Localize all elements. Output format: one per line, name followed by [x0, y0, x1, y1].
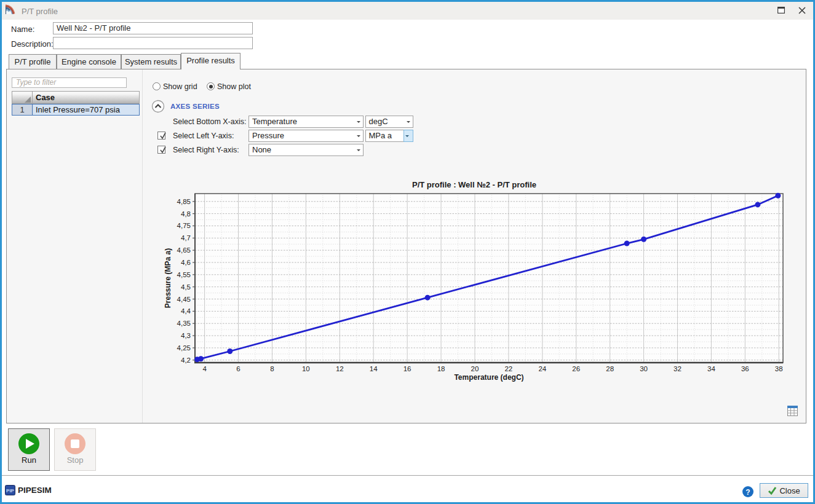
svg-text:4,4: 4,4 — [181, 307, 191, 315]
svg-text:4,8: 4,8 — [181, 210, 191, 218]
svg-text:4,55: 4,55 — [177, 271, 191, 278]
svg-text:4: 4 — [202, 365, 207, 372]
svg-text:28: 28 — [606, 365, 614, 372]
svg-text:4,3: 4,3 — [181, 332, 191, 339]
svg-text:4,35: 4,35 — [177, 320, 191, 327]
svg-text:18: 18 — [437, 365, 445, 372]
svg-text:P/T profile : Well №2 - P/T pr: P/T profile : Well №2 - P/T profile — [412, 180, 536, 189]
svg-text:Pressure (MPa a): Pressure (MPa a) — [164, 248, 172, 308]
svg-text:4,75: 4,75 — [177, 222, 191, 229]
svg-text:4,25: 4,25 — [177, 344, 191, 352]
svg-text:30: 30 — [640, 365, 648, 372]
svg-text:6: 6 — [236, 365, 240, 372]
svg-text:4,5: 4,5 — [181, 283, 191, 291]
svg-text:Temperature (degC): Temperature (degC) — [454, 373, 523, 382]
svg-text:26: 26 — [572, 365, 580, 372]
svg-text:4,85: 4,85 — [177, 198, 191, 205]
svg-text:4,45: 4,45 — [177, 296, 191, 303]
svg-text:20: 20 — [471, 365, 479, 372]
svg-text:22: 22 — [504, 365, 512, 372]
svg-text:4,7: 4,7 — [181, 234, 191, 242]
svg-text:34: 34 — [707, 365, 715, 372]
svg-text:16: 16 — [404, 365, 411, 372]
svg-text:24: 24 — [538, 365, 546, 372]
svg-text:32: 32 — [674, 365, 682, 372]
svg-text:4,6: 4,6 — [181, 259, 191, 266]
svg-text:PIP: PIP — [6, 488, 15, 494]
svg-text:8: 8 — [270, 365, 274, 372]
svg-text:4,65: 4,65 — [177, 246, 191, 254]
svg-text:10: 10 — [302, 365, 310, 372]
svg-text:?: ? — [745, 488, 750, 497]
svg-text:38: 38 — [775, 365, 783, 372]
svg-text:36: 36 — [741, 365, 749, 372]
svg-text:12: 12 — [336, 365, 344, 372]
svg-text:4,2: 4,2 — [181, 356, 191, 364]
svg-text:14: 14 — [370, 365, 378, 372]
